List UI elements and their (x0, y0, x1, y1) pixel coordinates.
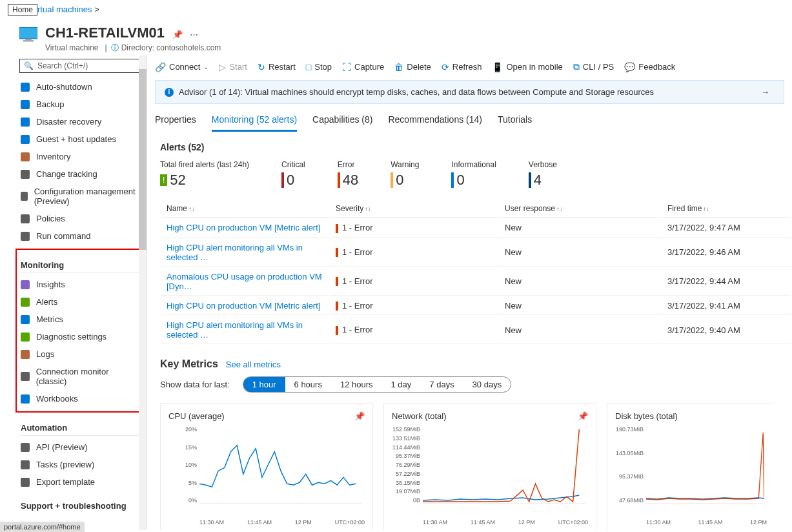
delete-button[interactable]: 🗑Delete (394, 62, 431, 72)
time-pill[interactable]: 7 days (420, 377, 463, 392)
alerts-badge-icon: ! (160, 174, 167, 186)
fired-cell: 3/17/2022, 9:47 AM (662, 219, 791, 238)
pin-chart-icon[interactable]: 📌 (578, 411, 588, 421)
alert-name-link[interactable]: High CPU alert monitoring all VMs in sel… (167, 320, 303, 340)
nav-icon (21, 170, 30, 179)
alert-name-link[interactable]: High CPU on production VM [Metric alert] (167, 223, 320, 232)
pin-icon[interactable]: 📌 (172, 30, 183, 39)
alert-name-link[interactable]: High CPU alert monitoring all VMs in sel… (167, 243, 303, 262)
refresh-button[interactable]: ⟳Refresh (442, 62, 482, 72)
nav-label: Workbooks (36, 394, 78, 404)
nav-label: Change tracking (36, 169, 97, 179)
sidebar-item[interactable]: Diagnostic settings (19, 328, 141, 345)
scroll-thumb[interactable] (139, 69, 147, 250)
nav-icon (21, 100, 30, 109)
sidebar-item[interactable]: Insights (19, 276, 141, 293)
chart-card: Disk bytes (total) 190.73MiB143.05MiB95.… (607, 403, 775, 530)
mobile-button[interactable]: 📱Open in mobile (492, 62, 562, 72)
sidebar-item[interactable]: Workbooks (19, 390, 141, 407)
restart-button[interactable]: ↻Restart (258, 62, 296, 72)
nav-label: Tasks (preview) (36, 460, 94, 469)
response-cell: New (500, 239, 661, 267)
col-fired[interactable]: Fired time↑↓ (662, 200, 791, 218)
sidebar-item[interactable]: Tasks (preview) (19, 456, 141, 473)
search-input[interactable]: 🔍 Search (Ctrl+/) (19, 59, 141, 73)
sidebar-item[interactable]: Policies (19, 210, 141, 227)
nav-label: Backup (36, 99, 64, 109)
nav-icon (21, 478, 30, 487)
start-button[interactable]: ▷Start (219, 62, 247, 72)
nav-label: Insights (36, 280, 65, 289)
fired-cell: 3/17/2022, 9:46 AM (662, 239, 791, 267)
sidebar-item[interactable]: Logs (19, 345, 141, 363)
nav-icon (21, 214, 30, 223)
chart-card: CPU (average)📌 20%15%10%5%0% 11:30 AM11:… (160, 403, 373, 530)
sidebar-item[interactable]: Alerts (19, 293, 141, 311)
table-row[interactable]: High CPU on production VM [Metric alert]… (161, 219, 791, 238)
section-support: Support + troubleshooting (19, 495, 141, 513)
nav-label: Configuration management (Preview) (34, 187, 140, 206)
chart-title: Network (total) (392, 411, 447, 421)
stop-button[interactable]: □Stop (306, 62, 332, 72)
sidebar-item[interactable]: Export template (19, 473, 141, 491)
tab-properties[interactable]: Properties (155, 112, 196, 132)
capture-button[interactable]: ⛶Capture (342, 62, 384, 72)
col-response[interactable]: User response↑↓ (500, 200, 661, 218)
page-title: CH1-RETAILVM01 (45, 25, 165, 41)
sidebar-item[interactable]: Connection monitor (classic) (19, 363, 141, 390)
time-pill[interactable]: 1 hour (243, 377, 285, 392)
sidebar-item[interactable]: Metrics (19, 311, 141, 328)
x-axis: 11:30 AM11:45 AM12 PMUTC+02:00 (199, 519, 365, 526)
col-name[interactable]: Name↑↓ (161, 200, 329, 218)
tab-capabilities[interactable]: Capabilities (8) (312, 112, 372, 132)
sidebar-item[interactable]: Inventory (19, 148, 141, 165)
feedback-button[interactable]: 💬Feedback (624, 62, 675, 72)
sidebar-item[interactable]: Guest + host updates (19, 130, 141, 148)
connect-icon: 🔗 (155, 62, 166, 72)
tab-tutorials[interactable]: Tutorials (498, 112, 532, 132)
col-severity[interactable]: Severity↑↓ (330, 200, 498, 218)
sidebar-item[interactable]: Run command (19, 227, 141, 245)
nav-label: Guest + host updates (36, 134, 116, 144)
pin-chart-icon[interactable]: 📌 (354, 411, 365, 421)
sidebar-item[interactable]: Configuration management (Preview) (19, 183, 141, 210)
time-pill[interactable]: 12 hours (331, 377, 382, 392)
sidebar-item[interactable]: Backup (19, 96, 141, 113)
nav-label: Run command (36, 231, 91, 241)
stat-label: Error (338, 160, 358, 169)
nav-icon (21, 135, 30, 144)
scrollbar[interactable] (139, 56, 147, 530)
home-link[interactable]: Home (8, 4, 37, 15)
resource-type: Virtual machine (45, 43, 99, 52)
sidebar-item[interactable]: Auto-shutdown (19, 78, 141, 96)
fired-cell: 3/17/2022, 9:40 AM (662, 316, 791, 344)
nav-icon (21, 232, 30, 241)
more-icon[interactable]: ⋯ (190, 30, 198, 39)
tab-recommendations[interactable]: Recommendations (14) (388, 112, 482, 132)
tab-monitoring[interactable]: Monitoring (52 alerts) (212, 112, 297, 132)
alert-name-link[interactable]: Anomalous CPU usage on production VM [Dy… (167, 272, 322, 291)
advisor-banner[interactable]: i Advisor (1 of 14): Virtual machines sh… (155, 80, 784, 104)
table-row[interactable]: High CPU alert monitoring all VMs in sel… (161, 239, 791, 267)
sidebar-item[interactable]: Disaster recovery (19, 113, 141, 130)
nav-label: Inventory (36, 152, 70, 161)
tab-bar: Properties Monitoring (52 alerts) Capabi… (155, 112, 792, 134)
time-pill[interactable]: 30 days (463, 377, 511, 392)
alert-name-link[interactable]: High CPU on production VM [Metric alert] (167, 301, 320, 311)
connect-button[interactable]: 🔗Connect ⌄ (155, 62, 208, 72)
sidebar-item[interactable]: Change tracking (19, 165, 141, 183)
table-row[interactable]: Anomalous CPU usage on production VM [Dy… (161, 268, 791, 296)
breadcrumb: Homertual machines > (0, 0, 792, 19)
table-row[interactable]: High CPU on production VM [Metric alert]… (161, 297, 791, 316)
table-row[interactable]: High CPU alert monitoring all VMs in sel… (161, 316, 791, 344)
chart-title: CPU (average) (168, 411, 225, 421)
sidebar-item[interactable]: API (Preview) (19, 438, 141, 456)
vms-link[interactable]: rtual machines (37, 5, 92, 14)
time-pill[interactable]: 1 day (382, 377, 421, 392)
cli-button[interactable]: ⧉CLI / PS (573, 61, 614, 72)
time-pill[interactable]: 6 hours (285, 377, 331, 392)
see-all-metrics-link[interactable]: See all metrics (226, 360, 281, 369)
stat-bar (529, 172, 531, 188)
chevron-down-icon: ⌄ (203, 63, 208, 70)
nav-label: Logs (36, 349, 54, 359)
